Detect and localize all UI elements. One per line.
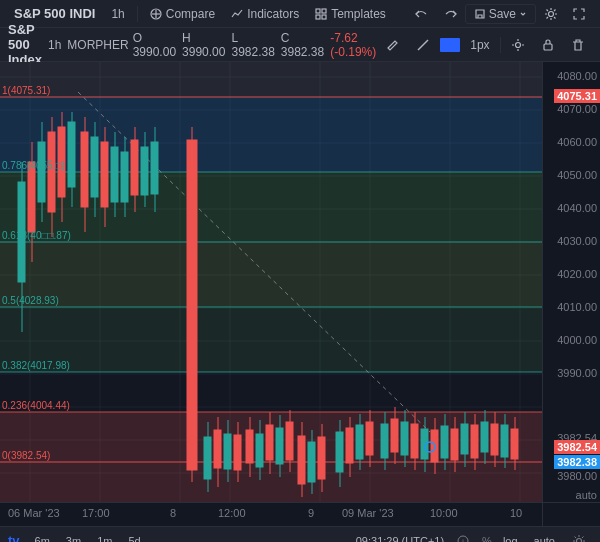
svg-rect-62: [81, 132, 88, 207]
y-current-price-badge-red: 3982.54: [554, 440, 600, 454]
svg-rect-35: [0, 62, 542, 97]
templates-label: Templates: [331, 7, 386, 21]
svg-text:0.382(4017.98): 0.382(4017.98): [2, 360, 70, 371]
chart-area[interactable]: 1(4075.31) 0.786(4055.□) 0.618(40□□.87) …: [0, 62, 542, 502]
svg-rect-64: [91, 137, 98, 197]
redo-button[interactable]: [437, 3, 463, 25]
y-price-4030: 4030.00: [557, 235, 597, 247]
svg-text:0.786(4055.□): 0.786(4055.□): [2, 160, 65, 171]
svg-rect-74: [141, 147, 148, 195]
y-price-4070: 4070.00: [557, 103, 597, 115]
y-price-4020: 4020.00: [557, 268, 597, 280]
utc-info-button[interactable]: i: [450, 530, 476, 543]
period-1m-button[interactable]: 1m: [92, 533, 117, 543]
redo-icon: [443, 7, 457, 21]
time-label-1: 17:00: [82, 507, 110, 519]
svg-rect-100: [308, 442, 315, 482]
log-label[interactable]: log: [498, 533, 523, 543]
drawing-gear-icon: [511, 38, 525, 52]
price-open: O 3990.00: [133, 31, 176, 59]
chart-settings-button[interactable]: [566, 530, 592, 543]
svg-rect-5: [316, 15, 320, 19]
lock-icon: [541, 38, 555, 52]
svg-rect-3: [316, 9, 320, 13]
svg-point-9: [515, 42, 520, 47]
svg-rect-76: [151, 142, 158, 194]
y-axis: 4080.00 4070.00 4060.00 4050.00 4040.00 …: [542, 62, 600, 502]
svg-rect-54: [38, 142, 45, 202]
svg-rect-138: [511, 429, 518, 459]
delete-button[interactable]: [565, 34, 591, 56]
svg-point-7: [549, 11, 554, 16]
settings-button[interactable]: [538, 3, 564, 25]
draw-separator: [500, 37, 501, 53]
auto-label[interactable]: auto: [529, 533, 560, 543]
svg-rect-92: [266, 425, 273, 460]
line-width-selector[interactable]: 1px: [464, 36, 495, 54]
svg-text:0.236(4004.44): 0.236(4004.44): [2, 400, 70, 411]
svg-rect-6: [322, 15, 326, 19]
symbol-label: S&P 500 INDI: [14, 6, 95, 21]
svg-rect-124: [441, 426, 448, 458]
interval-button[interactable]: 1h: [105, 5, 130, 23]
compare-button[interactable]: Compare: [144, 5, 221, 23]
templates-icon: [315, 8, 327, 20]
indicators-label: Indicators: [247, 7, 299, 21]
price-low: L 3982.38: [231, 31, 274, 59]
svg-rect-118: [411, 424, 418, 458]
more-options-button[interactable]: [595, 34, 600, 56]
period-6m-label: 6m: [35, 535, 50, 543]
svg-line-8: [418, 40, 428, 50]
svg-rect-128: [461, 424, 468, 454]
period-6m-button[interactable]: 6m: [30, 533, 55, 543]
fullscreen-button[interactable]: [566, 3, 592, 25]
svg-rect-84: [224, 434, 231, 469]
undo-button[interactable]: [409, 3, 435, 25]
save-button[interactable]: Save: [465, 4, 536, 24]
svg-rect-110: [366, 422, 373, 455]
y-price-4000: 4000.00: [557, 334, 597, 346]
bottom-right: 09:31:29 (UTC+1) i % log auto: [356, 530, 592, 543]
y-price-3980: 3980.00: [557, 470, 597, 482]
svg-rect-132: [481, 422, 488, 452]
interval-label: 1h: [111, 7, 124, 21]
lock-button[interactable]: [535, 34, 561, 56]
y-price-high-badge: 4075.31: [554, 89, 600, 103]
line-icon: [416, 38, 430, 52]
svg-rect-134: [491, 424, 498, 455]
price-change: -7.62 (-0.19%): [330, 31, 376, 59]
svg-rect-114: [391, 419, 398, 452]
time-label-7: 10: [510, 507, 522, 519]
time-label-0: 06 Mar '23: [8, 507, 60, 519]
tradingview-logo: tv: [8, 533, 20, 542]
line-tool-button[interactable]: [410, 36, 436, 54]
pencil-icon: [386, 38, 400, 52]
y-current-price-badge-blue: 3982.38: [554, 455, 600, 469]
y-price-auto: auto: [576, 489, 597, 501]
svg-rect-88: [246, 430, 253, 463]
svg-rect-104: [336, 432, 343, 472]
svg-rect-72: [131, 140, 138, 195]
symbol-button[interactable]: S&P 500 INDI: [8, 4, 101, 23]
price-close: C 3982.38: [281, 31, 324, 59]
svg-rect-96: [286, 422, 293, 460]
svg-rect-98: [298, 436, 305, 484]
separator-1: [137, 6, 138, 22]
svg-rect-66: [101, 142, 108, 207]
color-picker-button[interactable]: [440, 38, 460, 52]
indicators-button[interactable]: Indicators: [225, 5, 305, 23]
svg-rect-106: [346, 428, 353, 463]
percent-separator: %: [482, 535, 492, 543]
svg-rect-60: [68, 122, 75, 187]
templates-button[interactable]: Templates: [309, 5, 392, 23]
line-width-label: 1px: [470, 38, 489, 52]
y-price-4040: 4040.00: [557, 202, 597, 214]
svg-rect-94: [276, 428, 283, 464]
y-price-3990: 3990.00: [557, 367, 597, 379]
pencil-tool-button[interactable]: [380, 36, 406, 54]
drawing-settings-button[interactable]: [505, 34, 531, 56]
period-3m-button[interactable]: 3m: [61, 533, 86, 543]
bottom-toolbar: tv 6m 3m 1m 5d 09:31:29 (UTC+1) i % log …: [0, 526, 600, 542]
time-label-6: 10:00: [430, 507, 458, 519]
period-5d-button[interactable]: 5d: [123, 533, 145, 543]
